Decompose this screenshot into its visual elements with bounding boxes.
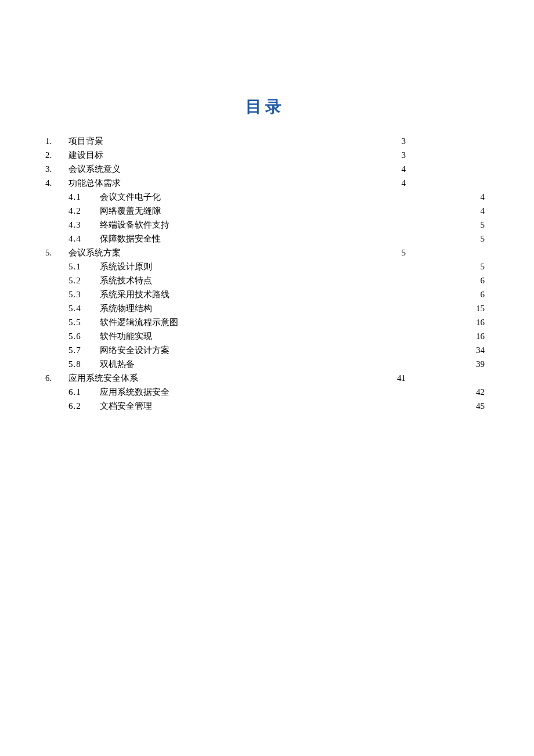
toc-leader-dots (179, 316, 475, 325)
toc-entry-number: 2. (45, 148, 68, 162)
toc-entry-label: 系统采用技术路线 (100, 287, 169, 301)
toc-entry-number: 1. (45, 134, 68, 148)
toc-entry: 1.项目背景3 (45, 134, 485, 148)
toc-entry-label: 项目背景 (68, 134, 103, 148)
toc-entry-number: 4. (45, 176, 68, 190)
toc-entry-label: 建设目标 (68, 148, 103, 162)
toc-entry-number: 6.2 (68, 399, 100, 413)
toc-entry: 5.4系统物理结构15 (45, 301, 485, 315)
toc-entry-label: 系统设计原则 (100, 260, 152, 273)
toc-leader-dots (153, 330, 475, 339)
toc-entry-label: 软件逻辑流程示意图 (100, 315, 178, 329)
document-page: 目录 1.项目背景32.建设目标33.会议系统意义44.功能总体需求44.1会议… (0, 0, 534, 413)
toc-title: 目录 (45, 96, 485, 118)
toc-entry-label: 保障数据安全性 (100, 232, 161, 246)
toc-entry-page: 41 (397, 371, 406, 385)
toc-entry-number: 5.7 (68, 343, 100, 357)
toc-entry-label: 系统物理结构 (100, 301, 152, 315)
toc-entry-number: 4.1 (68, 190, 100, 204)
toc-entry-number: 5.3 (68, 287, 100, 301)
toc-entry-page: 6 (481, 287, 485, 301)
toc-entry-number: 5.8 (68, 357, 100, 371)
toc-entry-page: 5 (481, 232, 485, 246)
toc-entry-number: 6.1 (68, 385, 100, 399)
toc-entry-page: 16 (476, 315, 485, 329)
toc-entry-label: 功能总体需求 (68, 176, 121, 190)
toc-entry-page: 15 (476, 301, 485, 315)
toc-entry: 5.会议系统方案5 (45, 246, 485, 260)
toc-entry-number: 5.5 (68, 315, 100, 329)
toc-entry: 5.8双机热备39 (45, 357, 485, 371)
toc-leader-dots (139, 372, 396, 381)
toc-entry-page: 45 (476, 399, 485, 413)
toc-entry-label: 会议系统意义 (68, 162, 121, 176)
toc-entry-number: 5.1 (68, 260, 100, 273)
toc-entry: 3.会议系统意义4 (45, 162, 485, 176)
toc-entry-label: 软件功能实现 (100, 329, 152, 343)
toc-entry-number: 3. (45, 162, 68, 176)
toc-entry: 5.2系统技术特点6 (45, 273, 485, 287)
toc-entry: 6.应用系统安全体系41 (45, 371, 485, 385)
toc-entry-number: 4.2 (68, 204, 100, 218)
toc-container: 1.项目背景32.建设目标33.会议系统意义44.功能总体需求44.1会议文件电… (45, 134, 485, 413)
toc-leader-dots (122, 177, 400, 186)
toc-leader-dots (162, 205, 479, 214)
toc-leader-dots (171, 386, 475, 395)
toc-entry-number: 4.4 (68, 232, 100, 246)
toc-entry-label: 双机热备 (100, 357, 135, 371)
toc-entry-label: 网络安全设计方案 (100, 343, 169, 357)
toc-entry-number: 4.3 (68, 218, 100, 232)
toc-entry: 5.3系统采用技术路线6 (45, 287, 485, 301)
toc-entry-page: 4 (402, 162, 406, 176)
toc-entry-page: 4 (481, 190, 485, 204)
toc-entry: 5.1系统设计原则5 (45, 260, 485, 273)
toc-entry-page: 6 (481, 273, 485, 287)
toc-entry-number: 6. (45, 371, 68, 385)
toc-leader-dots (122, 247, 400, 255)
toc-leader-dots (162, 191, 479, 200)
toc-entry-label: 会议系统方案 (68, 246, 121, 260)
toc-leader-dots (136, 358, 475, 367)
toc-entry: 4.3终端设备软件支持5 (45, 218, 485, 232)
toc-entry-label: 文档安全管理 (100, 399, 152, 413)
toc-entry: 4.1会议文件电子化4 (45, 190, 485, 204)
toc-entry-page: 5 (481, 260, 485, 273)
toc-entry-page: 34 (476, 343, 485, 357)
toc-entry: 6.2文档安全管理45 (45, 399, 485, 413)
toc-entry-number: 5.6 (68, 329, 100, 343)
toc-entry-label: 应用系统安全体系 (68, 371, 138, 385)
toc-entry-label: 系统技术特点 (100, 273, 152, 287)
toc-leader-dots (153, 261, 479, 269)
toc-entry: 6.1应用系统数据安全42 (45, 385, 485, 399)
toc-entry: 5.5软件逻辑流程示意图16 (45, 315, 485, 329)
toc-entry-number: 5.4 (68, 301, 100, 315)
toc-entry-page: 3 (402, 134, 406, 148)
toc-entry: 5.6软件功能实现16 (45, 329, 485, 343)
toc-entry-page: 3 (402, 148, 406, 162)
toc-entry-page: 42 (476, 385, 485, 399)
toc-entry: 4.4保障数据安全性5 (45, 232, 485, 246)
toc-entry-number: 5. (45, 246, 68, 260)
toc-leader-dots (153, 400, 475, 409)
toc-entry-page: 5 (481, 218, 485, 232)
toc-leader-dots (171, 289, 479, 297)
toc-leader-dots (162, 233, 479, 242)
toc-entry-number: 5.2 (68, 273, 100, 287)
toc-leader-dots (171, 344, 475, 353)
toc-entry: 5.7网络安全设计方案34 (45, 343, 485, 357)
toc-entry-page: 39 (476, 357, 485, 371)
toc-entry-label: 应用系统数据安全 (100, 385, 169, 399)
toc-leader-dots (153, 303, 475, 311)
toc-entry-page: 4 (481, 204, 485, 218)
toc-leader-dots (153, 275, 479, 283)
toc-entry: 4.功能总体需求4 (45, 176, 485, 190)
toc-leader-dots (104, 135, 400, 144)
toc-entry-page: 4 (402, 176, 406, 190)
toc-entry-page: 16 (476, 329, 485, 343)
toc-leader-dots (122, 163, 400, 172)
toc-leader-dots (104, 149, 400, 158)
toc-entry: 2.建设目标3 (45, 148, 485, 162)
toc-entry-label: 网络覆盖无缝隙 (100, 204, 161, 218)
toc-entry-label: 会议文件电子化 (100, 190, 161, 204)
toc-entry-label: 终端设备软件支持 (100, 218, 169, 232)
